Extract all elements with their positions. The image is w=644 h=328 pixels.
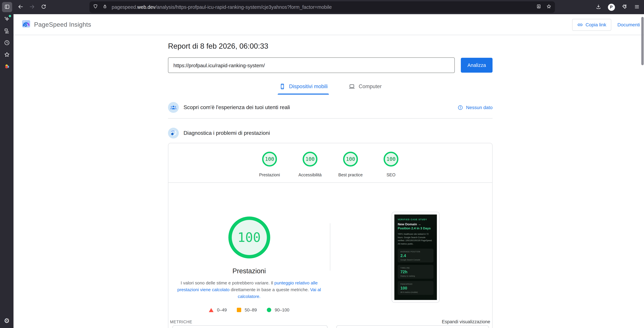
copy-link-button[interactable]: Copia link bbox=[572, 19, 611, 31]
tab-desktop[interactable]: Computer bbox=[348, 82, 382, 95]
sidebar-toggle-icon bbox=[4, 4, 10, 11]
profile-button[interactable]: P bbox=[606, 2, 616, 12]
save-page-icon[interactable] bbox=[536, 4, 542, 11]
average-square-icon bbox=[237, 308, 241, 312]
score-gauge-accessibility[interactable]: 100 Accessibilità bbox=[290, 152, 330, 177]
scrollbar-thumb[interactable] bbox=[641, 17, 644, 65]
field-data-row: Scopri com'è l'esperienza dei tuoi utent… bbox=[168, 102, 492, 113]
psi-header: PageSpeed Insights Copia link Documenti bbox=[14, 14, 644, 35]
forward-arrow-icon bbox=[29, 4, 35, 11]
score-gauge-seo[interactable]: 100 SEO bbox=[371, 152, 411, 177]
synced-tabs-button[interactable] bbox=[1, 26, 12, 37]
color-wheel-icon bbox=[4, 63, 10, 71]
url-bar[interactable]: pagespeed.web.dev/analysis/https-profpau… bbox=[90, 1, 555, 13]
browser-window: pagespeed.web.dev/analysis/https-profpau… bbox=[0, 0, 644, 328]
synced-tabs-icon bbox=[4, 28, 10, 35]
performance-note: I valori sono delle stime e potrebbero v… bbox=[174, 280, 324, 300]
extension-shortcut-button[interactable] bbox=[1, 62, 12, 72]
performance-score-gauge: 100 bbox=[228, 217, 270, 258]
metrics-section-title: METRICHE bbox=[170, 319, 192, 324]
browser-toolbar: pagespeed.web.dev/analysis/https-profpau… bbox=[0, 0, 644, 14]
section-divider bbox=[168, 118, 492, 119]
diagnostics-row: Diagnostica i problemi di prestazioni bbox=[168, 128, 492, 138]
category-scores-row: 100 Prestazioni 100 Accessibilità 100 Be… bbox=[168, 152, 492, 177]
forward-button[interactable] bbox=[27, 2, 37, 12]
screenshot-eyebrow: VERIFIED CASE STUDY bbox=[398, 219, 434, 221]
ai-chatbot-button[interactable] bbox=[1, 14, 12, 25]
score-gauge-best-practices[interactable]: 100 Best practice bbox=[330, 152, 371, 177]
documents-link[interactable]: Documenti bbox=[617, 22, 640, 27]
no-data-label: Nessun dato bbox=[466, 105, 492, 110]
diagnostics-gauge-icon bbox=[168, 128, 179, 138]
downloads-button[interactable] bbox=[594, 2, 604, 12]
final-screenshot-thumbnail[interactable]: VERIFIED CASE STUDY New Domain → Positio… bbox=[392, 212, 440, 303]
tab-mobile[interactable]: Dispositivi mobili bbox=[278, 82, 328, 95]
lighthouse-report-card: 100 Prestazioni 100 Accessibilità 100 Be… bbox=[168, 143, 492, 328]
screenshot-description: YMYL healthcare site ranked in 72 hours.… bbox=[398, 233, 433, 246]
bookmarks-button[interactable] bbox=[1, 50, 12, 60]
clock-icon bbox=[4, 40, 10, 47]
metric-card-stub bbox=[172, 325, 328, 328]
hamburger-icon bbox=[634, 4, 640, 11]
no-data-link[interactable]: Nessun dato bbox=[458, 105, 492, 110]
diagnostics-heading: Diagnostica i problemi di prestazioni bbox=[184, 130, 270, 136]
performance-heading: Prestazioni bbox=[168, 267, 330, 275]
star-icon bbox=[4, 51, 10, 59]
info-icon bbox=[458, 105, 463, 110]
score-label: Prestazioni bbox=[259, 173, 280, 177]
screenshot-image: VERIFIED CASE STUDY New Domain → Positio… bbox=[394, 215, 437, 300]
performance-summary-column: 100 Prestazioni I valori sono delle stim… bbox=[168, 183, 330, 312]
stat-card-pagespeed: PAGESPEED 100 All 4 metrics (mobile) bbox=[398, 281, 434, 295]
sidebar: ⚙ bbox=[0, 14, 14, 328]
history-button[interactable] bbox=[1, 38, 12, 49]
sidebar-toggle-button[interactable] bbox=[2, 2, 12, 12]
metric-card-stub bbox=[336, 325, 489, 328]
lock-icon[interactable] bbox=[102, 4, 108, 11]
copy-link-label: Copia link bbox=[586, 22, 606, 27]
expand-view-button[interactable]: Espandi visualizzazione bbox=[442, 319, 490, 324]
analyzed-url-input[interactable] bbox=[168, 57, 455, 73]
psi-brand[interactable]: PageSpeed Insights bbox=[22, 19, 91, 30]
screenshot-headline: New Domain → Position 2.4 in 3 Days bbox=[398, 222, 434, 230]
fail-triangle-icon bbox=[209, 308, 214, 312]
phone-icon bbox=[279, 83, 286, 90]
field-data-heading: Scopri com'è l'esperienza dei tuoi utent… bbox=[184, 104, 290, 110]
back-arrow-icon bbox=[18, 4, 24, 11]
stat-card-position: AVERAGE POSITION 2.4 Google Search Conso… bbox=[398, 249, 434, 262]
tab-desktop-label: Computer bbox=[359, 83, 382, 90]
legend-average-range: 50–89 bbox=[244, 307, 257, 312]
legend-pass-range: 90–100 bbox=[275, 307, 290, 312]
extensions-button[interactable] bbox=[619, 2, 629, 12]
legend-average: 50–89 bbox=[237, 307, 257, 312]
page-content: PageSpeed Insights Copia link Documenti … bbox=[14, 14, 644, 328]
score-value: 100 bbox=[302, 152, 318, 167]
pagespeed-logo-icon bbox=[22, 19, 31, 30]
tracking-shield-icon[interactable] bbox=[93, 4, 98, 11]
notification-dot bbox=[9, 15, 11, 17]
reload-button[interactable] bbox=[38, 2, 48, 12]
legend-fail-range: 0–49 bbox=[217, 307, 227, 312]
score-label: Best practice bbox=[338, 173, 363, 177]
settings-button[interactable]: ⚙ bbox=[1, 315, 12, 326]
pass-circle-icon bbox=[267, 308, 272, 312]
bookmark-star-icon[interactable] bbox=[546, 4, 552, 11]
report-title: Report di 8 feb 2026, 06:00:33 bbox=[168, 42, 268, 51]
legend-pass: 90–100 bbox=[267, 307, 290, 312]
device-tabs: Dispositivi mobili Computer bbox=[168, 82, 492, 95]
url-text: pagespeed.web.dev/analysis/https-profpau… bbox=[112, 5, 533, 10]
score-value: 100 bbox=[384, 152, 398, 167]
download-icon bbox=[596, 4, 602, 11]
tab-mobile-label: Dispositivi mobili bbox=[289, 83, 328, 90]
analyze-button[interactable]: Analizza bbox=[461, 58, 492, 73]
app-title: PageSpeed Insights bbox=[34, 21, 91, 28]
reload-icon bbox=[40, 4, 46, 11]
gear-icon: ⚙ bbox=[4, 317, 10, 324]
legend-fail: 0–49 bbox=[209, 307, 227, 312]
score-value: 100 bbox=[262, 152, 277, 167]
back-button[interactable] bbox=[16, 2, 26, 12]
ai-sparkle-icon bbox=[4, 16, 10, 23]
stat-card-timeline: TIMELINE 72h Deploy to ranking bbox=[398, 265, 434, 279]
score-gauge-performance[interactable]: 100 Prestazioni bbox=[249, 152, 290, 177]
link-icon bbox=[577, 22, 583, 28]
menu-button[interactable] bbox=[632, 2, 642, 12]
